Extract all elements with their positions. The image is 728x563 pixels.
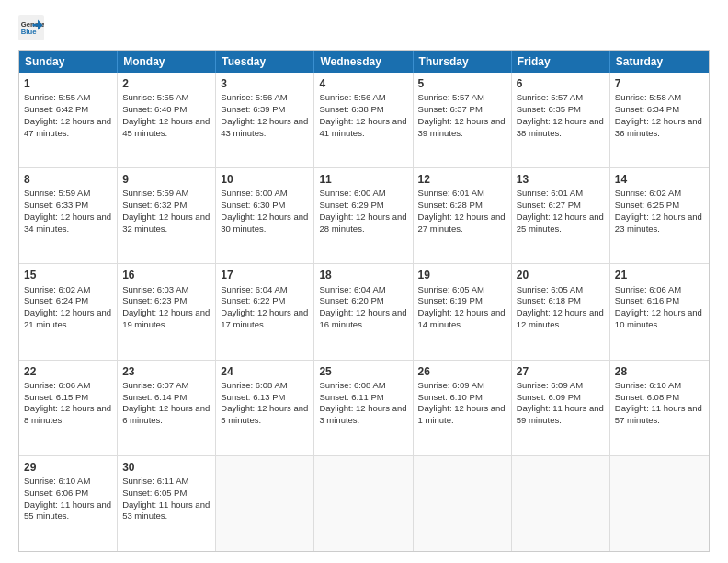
calendar-cell-day-20: 20Sunrise: 6:05 AMSunset: 6:18 PMDayligh… bbox=[512, 264, 610, 359]
calendar-cell-day-21: 21Sunrise: 6:06 AMSunset: 6:16 PMDayligh… bbox=[610, 264, 709, 359]
calendar-cell-day-16: 16Sunrise: 6:03 AMSunset: 6:23 PMDayligh… bbox=[118, 264, 216, 359]
daylight-text: Daylight: 11 hours and 59 minutes. bbox=[517, 403, 604, 425]
sunset-text: Sunset: 6:05 PM bbox=[122, 488, 187, 498]
daylight-text: Daylight: 11 hours and 55 minutes. bbox=[24, 500, 111, 522]
day-number: 9 bbox=[122, 172, 210, 187]
sunrise-text: Sunrise: 6:10 AM bbox=[24, 476, 90, 486]
calendar-cell-day-6: 6Sunrise: 5:57 AMSunset: 6:35 PMDaylight… bbox=[512, 73, 610, 167]
daylight-text: Daylight: 12 hours and 10 minutes. bbox=[615, 307, 702, 329]
daylight-text: Daylight: 12 hours and 6 minutes. bbox=[122, 403, 210, 425]
sunset-text: Sunset: 6:37 PM bbox=[418, 104, 483, 114]
daylight-text: Daylight: 12 hours and 38 minutes. bbox=[517, 116, 604, 138]
calendar-cell-day-11: 11Sunrise: 6:00 AMSunset: 6:29 PMDayligh… bbox=[314, 168, 413, 263]
calendar-row-1: 1Sunrise: 5:55 AMSunset: 6:42 PMDaylight… bbox=[19, 73, 709, 168]
sunset-text: Sunset: 6:14 PM bbox=[122, 392, 187, 402]
daylight-text: Daylight: 12 hours and 43 minutes. bbox=[221, 116, 308, 138]
header-day-wednesday: Wednesday bbox=[314, 51, 413, 73]
sunrise-text: Sunrise: 5:59 AM bbox=[24, 188, 90, 198]
day-number: 20 bbox=[517, 268, 605, 282]
sunrise-text: Sunrise: 6:04 AM bbox=[319, 284, 385, 294]
calendar-cell-day-30: 30Sunrise: 6:11 AMSunset: 6:05 PMDayligh… bbox=[118, 456, 216, 551]
calendar-cell-day-4: 4Sunrise: 5:56 AMSunset: 6:38 PMDaylight… bbox=[314, 73, 413, 167]
sunset-text: Sunset: 6:42 PM bbox=[24, 104, 88, 114]
sunset-text: Sunset: 6:35 PM bbox=[517, 104, 581, 114]
sunrise-text: Sunrise: 6:06 AM bbox=[24, 380, 90, 390]
day-number: 1 bbox=[24, 76, 112, 91]
calendar-cell-day-29: 29Sunrise: 6:10 AMSunset: 6:06 PMDayligh… bbox=[19, 456, 118, 551]
calendar-cell-day-5: 5Sunrise: 5:57 AMSunset: 6:37 PMDaylight… bbox=[414, 73, 512, 167]
daylight-text: Daylight: 12 hours and 14 minutes. bbox=[418, 307, 506, 329]
calendar-cell-empty bbox=[216, 456, 314, 551]
day-number: 7 bbox=[615, 76, 704, 91]
sunset-text: Sunset: 6:09 PM bbox=[517, 392, 581, 402]
day-number: 13 bbox=[517, 172, 605, 187]
daylight-text: Daylight: 12 hours and 19 minutes. bbox=[122, 307, 210, 329]
calendar-cell-day-18: 18Sunrise: 6:04 AMSunset: 6:20 PMDayligh… bbox=[314, 264, 413, 359]
calendar-cell-day-28: 28Sunrise: 6:10 AMSunset: 6:08 PMDayligh… bbox=[610, 361, 709, 455]
day-number: 15 bbox=[24, 268, 112, 282]
sunrise-text: Sunrise: 6:02 AM bbox=[24, 284, 90, 294]
daylight-text: Daylight: 12 hours and 32 minutes. bbox=[122, 212, 210, 234]
calendar-cell-day-14: 14Sunrise: 6:02 AMSunset: 6:25 PMDayligh… bbox=[610, 168, 709, 263]
daylight-text: Daylight: 12 hours and 1 minute. bbox=[418, 403, 506, 425]
sunrise-text: Sunrise: 6:03 AM bbox=[122, 284, 188, 294]
calendar-cell-day-23: 23Sunrise: 6:07 AMSunset: 6:14 PMDayligh… bbox=[118, 361, 216, 455]
daylight-text: Daylight: 12 hours and 3 minutes. bbox=[319, 403, 406, 425]
calendar-body: 1Sunrise: 5:55 AMSunset: 6:42 PMDaylight… bbox=[19, 73, 709, 551]
daylight-text: Daylight: 12 hours and 28 minutes. bbox=[319, 212, 406, 234]
sunset-text: Sunset: 6:30 PM bbox=[221, 200, 285, 210]
calendar-row-5: 29Sunrise: 6:10 AMSunset: 6:06 PMDayligh… bbox=[19, 456, 709, 551]
calendar-cell-day-1: 1Sunrise: 5:55 AMSunset: 6:42 PMDaylight… bbox=[19, 73, 118, 167]
sunset-text: Sunset: 6:33 PM bbox=[24, 200, 88, 210]
calendar-cell-day-22: 22Sunrise: 6:06 AMSunset: 6:15 PMDayligh… bbox=[19, 361, 118, 455]
sunset-text: Sunset: 6:11 PM bbox=[319, 392, 383, 402]
sunset-text: Sunset: 6:25 PM bbox=[615, 200, 679, 210]
calendar-cell-day-8: 8Sunrise: 5:59 AMSunset: 6:33 PMDaylight… bbox=[19, 168, 118, 263]
calendar-cell-day-12: 12Sunrise: 6:01 AMSunset: 6:28 PMDayligh… bbox=[414, 168, 512, 263]
day-number: 23 bbox=[122, 364, 210, 379]
daylight-text: Daylight: 12 hours and 5 minutes. bbox=[221, 403, 308, 425]
calendar-cell-day-24: 24Sunrise: 6:08 AMSunset: 6:13 PMDayligh… bbox=[216, 361, 314, 455]
sunrise-text: Sunrise: 6:01 AM bbox=[418, 188, 484, 198]
calendar-cell-day-26: 26Sunrise: 6:09 AMSunset: 6:10 PMDayligh… bbox=[414, 361, 512, 455]
daylight-text: Daylight: 12 hours and 47 minutes. bbox=[24, 116, 111, 138]
daylight-text: Daylight: 12 hours and 41 minutes. bbox=[319, 116, 406, 138]
sunrise-text: Sunrise: 5:57 AM bbox=[517, 92, 583, 102]
calendar-cell-day-2: 2Sunrise: 5:55 AMSunset: 6:40 PMDaylight… bbox=[118, 73, 216, 167]
day-number: 4 bbox=[319, 76, 407, 91]
daylight-text: Daylight: 12 hours and 23 minutes. bbox=[615, 212, 702, 234]
daylight-text: Daylight: 12 hours and 45 minutes. bbox=[122, 116, 210, 138]
sunrise-text: Sunrise: 6:05 AM bbox=[517, 284, 583, 294]
sunset-text: Sunset: 6:22 PM bbox=[221, 295, 285, 305]
logo-icon: General Blue bbox=[18, 15, 44, 40]
header-day-monday: Monday bbox=[118, 51, 216, 73]
sunrise-text: Sunrise: 6:02 AM bbox=[615, 188, 681, 198]
calendar-cell-day-15: 15Sunrise: 6:02 AMSunset: 6:24 PMDayligh… bbox=[19, 264, 118, 359]
calendar-cell-day-17: 17Sunrise: 6:04 AMSunset: 6:22 PMDayligh… bbox=[216, 264, 314, 359]
daylight-text: Daylight: 12 hours and 17 minutes. bbox=[221, 307, 308, 329]
day-number: 24 bbox=[221, 364, 309, 379]
sunset-text: Sunset: 6:13 PM bbox=[221, 392, 285, 402]
logo: General Blue bbox=[18, 15, 44, 40]
calendar-cell-day-7: 7Sunrise: 5:58 AMSunset: 6:34 PMDaylight… bbox=[610, 73, 709, 167]
sunset-text: Sunset: 6:29 PM bbox=[319, 200, 383, 210]
sunrise-text: Sunrise: 6:09 AM bbox=[517, 380, 583, 390]
sunrise-text: Sunrise: 6:08 AM bbox=[221, 380, 287, 390]
calendar-cell-day-13: 13Sunrise: 6:01 AMSunset: 6:27 PMDayligh… bbox=[512, 168, 610, 263]
daylight-text: Daylight: 11 hours and 57 minutes. bbox=[615, 403, 702, 425]
day-number: 17 bbox=[221, 268, 309, 282]
day-number: 18 bbox=[319, 268, 407, 282]
calendar-cell-day-27: 27Sunrise: 6:09 AMSunset: 6:09 PMDayligh… bbox=[512, 361, 610, 455]
daylight-text: Daylight: 12 hours and 25 minutes. bbox=[517, 212, 604, 234]
sunrise-text: Sunrise: 5:58 AM bbox=[615, 92, 681, 102]
calendar-row-2: 8Sunrise: 5:59 AMSunset: 6:33 PMDaylight… bbox=[19, 168, 709, 264]
sunset-text: Sunset: 6:10 PM bbox=[418, 392, 483, 402]
header-day-tuesday: Tuesday bbox=[216, 51, 314, 73]
calendar-header: SundayMondayTuesdayWednesdayThursdayFrid… bbox=[19, 51, 709, 73]
sunset-text: Sunset: 6:32 PM bbox=[122, 200, 187, 210]
sunrise-text: Sunrise: 6:10 AM bbox=[615, 380, 681, 390]
sunset-text: Sunset: 6:23 PM bbox=[122, 295, 187, 305]
calendar-cell-empty bbox=[314, 456, 413, 551]
sunrise-text: Sunrise: 6:05 AM bbox=[418, 284, 484, 294]
daylight-text: Daylight: 12 hours and 27 minutes. bbox=[418, 212, 506, 234]
